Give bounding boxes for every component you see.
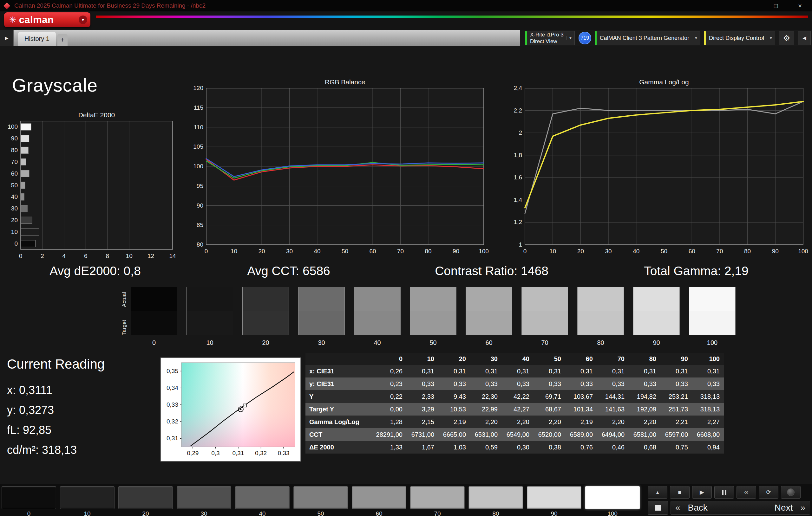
svg-text:70: 70 — [716, 248, 723, 254]
maximize-button[interactable]: □ — [764, 0, 788, 11]
pattern-level-button[interactable] — [352, 486, 406, 509]
collapse-panel-icon[interactable]: ◀ — [798, 31, 811, 45]
reading-count-badge: 719 — [579, 32, 591, 44]
pattern-level-label: 20 — [118, 510, 173, 516]
target-row-label: Target — [121, 313, 127, 342]
tab-history-1[interactable]: History 1 — [18, 32, 56, 46]
minimize-button[interactable]: ─ — [740, 0, 764, 11]
pattern-level-label: 80 — [468, 510, 523, 516]
total-gamma-stat: Total Gamma: 2,19 — [644, 264, 748, 278]
display-control-dropdown[interactable]: Direct Display Control ▼ — [704, 31, 775, 45]
table-cell: 0,76 — [566, 441, 597, 454]
swatch-target — [466, 311, 512, 335]
app-window: Calman 2025 Calman Ultimate for Business… — [0, 0, 812, 516]
pattern-level-button[interactable] — [585, 486, 640, 509]
meter-dropdown[interactable]: X-Rite i1Pro 3 Direct View ▼ — [525, 31, 575, 45]
column-header: 30 — [470, 353, 502, 365]
pattern-level-button[interactable] — [468, 486, 523, 509]
table-header-row: 0102030405060708090100 — [306, 353, 724, 365]
gear-icon[interactable]: ⚙ — [779, 31, 794, 45]
table-cell: 2,20 — [502, 416, 534, 428]
add-tab-button[interactable]: + — [57, 34, 67, 46]
pattern-level-button[interactable] — [118, 486, 173, 509]
calman-logo-text: calman — [19, 14, 54, 26]
chevron-down-icon[interactable]: ▼ — [692, 36, 698, 40]
pattern-level-button[interactable] — [410, 486, 465, 509]
svg-text:100: 100 — [8, 123, 18, 130]
calman-menu-button[interactable]: ✳ calman ▼ — [4, 12, 90, 27]
svg-text:0,32: 0,32 — [167, 418, 178, 425]
table-cell: 2,19 — [439, 416, 470, 428]
refresh-icon[interactable]: ⟳ — [759, 486, 778, 498]
back-chevrons-icon[interactable]: « — [675, 503, 680, 513]
tab-scroll-button[interactable]: ▶ — [0, 30, 13, 46]
loop-icon[interactable]: ∞ — [736, 486, 756, 498]
stop-icon[interactable]: ■ — [670, 486, 690, 498]
pattern-level-cell: 30 — [177, 486, 231, 516]
svg-text:115: 115 — [194, 104, 203, 111]
play-icon[interactable]: ▶ — [692, 486, 712, 498]
svg-text:80: 80 — [425, 248, 431, 254]
pattern-level-label: 60 — [352, 510, 406, 516]
pause-icon[interactable] — [714, 486, 734, 498]
pattern-level-button[interactable] — [2, 486, 56, 509]
column-header: 0 — [375, 353, 407, 365]
title-bar: Calman 2025 Calman Ultimate for Business… — [0, 0, 812, 11]
svg-text:10: 10 — [231, 248, 237, 254]
pattern-level-button[interactable] — [235, 486, 290, 509]
table-cell: 42,22 — [502, 390, 534, 403]
chevron-down-icon[interactable]: ▼ — [79, 16, 87, 24]
chevron-up-icon[interactable]: ▴ — [648, 486, 667, 498]
svg-text:10: 10 — [126, 253, 133, 259]
meter-name: X-Rite i1Pro 3 — [530, 31, 563, 38]
pattern-level-button[interactable] — [293, 486, 348, 509]
table-cell: 0,33 — [439, 377, 470, 390]
svg-text:10: 10 — [549, 248, 556, 254]
pattern-level-cell: 70 — [410, 486, 465, 516]
table-cell: 6665,00 — [439, 428, 470, 441]
svg-text:50: 50 — [661, 248, 667, 254]
table-cell: 2,19 — [566, 416, 597, 428]
row-label: Y — [306, 390, 375, 403]
svg-text:30: 30 — [11, 205, 18, 212]
table-cell: 0,33 — [597, 377, 629, 390]
avg-de2000-stat: Avg dE2000: 0,8 — [50, 264, 141, 278]
grayscale-swatch: 30 — [298, 287, 345, 346]
swatch-target — [243, 311, 289, 335]
table-cell: 318,13 — [692, 403, 724, 416]
pattern-level-cell: 60 — [352, 486, 406, 516]
chevron-down-icon[interactable]: ▼ — [566, 36, 572, 40]
svg-text:40: 40 — [633, 248, 639, 254]
page-title: Grayscale — [12, 74, 98, 96]
table-cell: 2,21 — [661, 416, 692, 428]
row-label: x: CIE31 — [306, 365, 375, 377]
pattern-level-cell: 20 — [118, 486, 173, 516]
stop-pattern-button[interactable] — [648, 501, 668, 515]
pattern-generator-dropdown[interactable]: CalMAN Client 3 Pattern Generator ▼ — [595, 31, 700, 45]
reading-y: y: 0,3273 — [7, 400, 105, 420]
gamma-chart: 010203040506070809010011,21,41,61,822,22… — [512, 78, 812, 262]
row-label: CCT — [306, 428, 375, 441]
table-cell: 6531,00 — [470, 428, 502, 441]
table-cell: 0,31 — [661, 365, 692, 377]
next-chevrons-icon[interactable]: » — [800, 503, 805, 513]
table-cell: 6608,00 — [692, 428, 724, 441]
chevron-down-icon[interactable]: ▼ — [766, 36, 773, 40]
svg-text:2,4: 2,4 — [514, 85, 522, 91]
svg-text:0,31: 0,31 — [167, 435, 178, 442]
table-cell: 0,22 — [375, 390, 407, 403]
svg-text:100: 100 — [478, 248, 489, 254]
svg-text:RGB Balance: RGB Balance — [325, 78, 365, 86]
table-cell: 42,27 — [502, 403, 534, 416]
svg-text:1,8: 1,8 — [514, 152, 522, 158]
pattern-level-button[interactable] — [527, 486, 581, 509]
next-button[interactable]: Next — [767, 503, 801, 513]
table-cell: 2,27 — [692, 416, 724, 428]
table-cell: 6581,00 — [629, 428, 661, 441]
record-icon[interactable] — [781, 486, 801, 498]
meter-mode: Direct View — [530, 38, 563, 45]
pattern-level-button[interactable] — [60, 486, 115, 509]
close-button[interactable]: × — [788, 0, 812, 11]
back-button[interactable]: Back — [680, 503, 715, 513]
pattern-level-button[interactable] — [177, 486, 231, 509]
